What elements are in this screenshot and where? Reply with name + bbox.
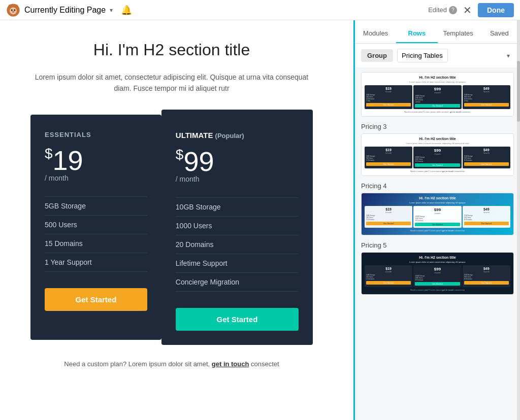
mini-price: $99 <box>415 207 460 212</box>
mini-features: 10GB Storage1000 Users20 Domains <box>415 216 460 222</box>
mini-btn: Get Started <box>464 103 509 107</box>
tab-templates[interactable]: Templates <box>438 24 479 43</box>
mini-title: Hi. I'm H2 section title <box>365 137 510 141</box>
mini-card-premium: $49 /month 7GB Storage700 Users18 Domain… <box>463 265 510 287</box>
mini-card-essentials: $19 /month 5GB Storage500 Users15 Domain… <box>365 147 412 168</box>
mini-card-ultimate: $99 /month 10GB Storage1000 Users20 Doma… <box>413 85 461 109</box>
list-item: 1 Year Support <box>45 253 147 272</box>
section-body: Lorem ipsum dolor sit amet, consectetur … <box>30 72 313 94</box>
mini-body: Lorem ipsum dolor sit amet consectetur a… <box>365 142 510 145</box>
mini-cards: $19 /month 5GB Storage500 Users15 Domain… <box>365 147 510 168</box>
template-item-pricing-5: Pricing 5 Hi. I'm H2 section title Lorem… <box>355 237 520 297</box>
mini-features: 7GB Storage700 Users18 Domains <box>464 274 509 280</box>
mini-card-ultimate: $99 /month 10GB Storage1000 Users20 Doma… <box>413 147 461 168</box>
logo-icon <box>6 3 20 17</box>
get-started-essentials-button[interactable]: Get Started <box>45 288 147 311</box>
page-editor: Hi. I'm H2 section title Lorem ipsum dol… <box>0 20 353 420</box>
mini-card-premium: $49 /month 7GB Storage700 Users18 Domain… <box>463 85 510 109</box>
help-icon[interactable]: ? <box>449 6 457 14</box>
mini-features: 5GB Storage500 Users15 Domains <box>366 274 411 280</box>
template-preview-pricing-5[interactable]: Hi. I'm H2 section title Lorem ipsum dol… <box>361 252 514 295</box>
get-in-touch-link[interactable]: get in touch <box>212 360 249 368</box>
template-item-pricing-4: Pricing 4 Hi. I'm H2 section title Lorem… <box>355 178 520 237</box>
template-item-pricing-first: Hi. I'm H2 section title Lorem ipsum dol… <box>355 68 520 119</box>
mini-btn: Get Started <box>415 104 460 108</box>
feature-list-ultimate: 10GB Storage 1000 Users 20 Domains Lifet… <box>176 197 299 292</box>
mini-period: /month <box>464 270 509 273</box>
mini-cards: $19 /month 5GB Storage500 Users15 Domain… <box>365 265 510 287</box>
plan-name-essentials: ESSENTIALS <box>45 131 147 138</box>
svg-point-3 <box>10 7 17 14</box>
mini-card-premium: $49 /month 7GB Storage700 Users18 Domain… <box>463 147 510 168</box>
list-item: 500 Users <box>45 216 147 234</box>
feature-list-essentials: 5GB Storage 500 Users 15 Domains 1 Year … <box>45 196 147 272</box>
right-panel: Modules Rows Templates Saved Group Prici… <box>353 20 520 420</box>
mini-price: $19 <box>366 267 411 270</box>
mini-preview-pricing-4: Hi. I'm H2 section title Lorem ipsum dol… <box>362 193 513 235</box>
template-preview-pricing-4[interactable]: Hi. I'm H2 section title Lorem ipsum dol… <box>361 193 514 235</box>
mini-title: Hi. I'm H2 section title <box>365 196 510 200</box>
mini-price: $99 <box>415 148 460 153</box>
template-list: Hi. I'm H2 section title Lorem ipsum dol… <box>355 68 520 420</box>
tab-saved[interactable]: Saved <box>479 24 520 43</box>
tab-rows[interactable]: Rows <box>396 24 437 43</box>
mini-features: 5GB Storage500 Users15 Domains1 Year <box>366 94 411 102</box>
template-label-pricing-4: Pricing 4 <box>361 182 514 190</box>
mini-price: $19 <box>366 207 411 211</box>
mini-btn: Get Started <box>464 222 509 225</box>
mini-body: Lorem ipsum dolor sit amet consectetur a… <box>365 81 510 83</box>
mini-period: /month <box>464 90 509 93</box>
pricing-row: ESSENTIALS $19 / month 5GB Storage 500 U… <box>30 115 313 340</box>
template-label-pricing-5: Pricing 5 <box>361 241 514 249</box>
scrollbar-track[interactable] <box>517 20 520 420</box>
mini-btn: Get Started <box>415 163 460 167</box>
mini-cards: $19 /month 5GB Storage500 Users15 Domain… <box>365 206 510 228</box>
tab-modules[interactable]: Modules <box>355 24 396 43</box>
group-button[interactable]: Group <box>361 49 393 62</box>
list-item: 5GB Storage <box>45 196 147 216</box>
mini-features: 5GB Storage500 Users15 Domains <box>366 155 411 161</box>
list-item: 1000 Users <box>176 217 299 235</box>
mini-period: /month <box>415 91 460 94</box>
mini-period: /month <box>415 153 460 155</box>
mini-features: 7GB Storage700 Users18 Domains2 Year <box>464 94 509 102</box>
mini-period: /month <box>464 211 509 214</box>
mini-features: 10GB Storage1000 Users20 DomainsLifetime <box>415 95 460 103</box>
mini-period: /month <box>366 90 411 93</box>
template-type-select[interactable]: Pricing Tables Hero Sections Feature Lis… <box>397 49 448 62</box>
mini-preview-pricing-first: Hi. I'm H2 section title Lorem ipsum dol… <box>362 73 513 116</box>
mini-card-essentials: $19 /month 5GB Storage500 Users15 Domain… <box>365 265 412 287</box>
mini-price: $49 <box>464 148 509 152</box>
template-type-select-wrapper: Pricing Tables Hero Sections Feature Lis… <box>397 49 514 62</box>
pricing-card-ultimate: ULTIMATE (Popular) $99 / month 10GB Stor… <box>161 110 313 345</box>
mini-btn: Get Started <box>366 103 411 107</box>
mini-footer: Need a custom plan? Lorem ipsum dolor si… <box>365 111 510 113</box>
mini-footer: Need a custom plan? Lorem ipsum get in t… <box>365 229 510 232</box>
topbar-title: Currently Editing Page <box>24 6 106 15</box>
template-preview-pricing-3[interactable]: Hi. I'm H2 section title Lorem ipsum dol… <box>361 133 514 176</box>
mini-btn: Get Started <box>366 162 411 166</box>
mini-features: 7GB Storage700 Users18 Domains <box>464 155 509 161</box>
close-button[interactable]: ✕ <box>463 5 472 15</box>
done-button[interactable]: Done <box>478 3 514 17</box>
scrollbar-thumb[interactable] <box>517 61 520 122</box>
mini-price: $49 <box>464 267 509 270</box>
mini-price: $19 <box>366 87 411 90</box>
section-title: Hi. I'm H2 section title <box>30 41 313 59</box>
list-item: 15 Domains <box>45 234 147 253</box>
notification-bell-icon[interactable]: 🔔 <box>121 5 132 16</box>
mini-btn: Get Started <box>366 281 411 285</box>
mini-title: Hi. I'm H2 section title <box>365 256 510 259</box>
mini-price: $19 <box>366 148 411 152</box>
mini-body: Lorem ipsum dolor sit amet consectetur a… <box>365 201 510 204</box>
list-item: Lifetime Support <box>176 254 299 273</box>
mini-card-essentials: $19 /month 5GB Storage500 Users15 Domain… <box>365 206 412 228</box>
mini-period: /month <box>415 212 460 215</box>
get-started-ultimate-button[interactable]: Get Started <box>176 308 299 331</box>
price-ultimate: $99 <box>176 148 299 175</box>
price-essentials: $19 <box>45 147 147 174</box>
svg-point-4 <box>11 9 13 11</box>
edited-status: Edited ? <box>428 6 457 14</box>
template-preview-pricing-first[interactable]: Hi. I'm H2 section title Lorem ipsum dol… <box>361 72 514 117</box>
chevron-down-icon[interactable]: ▾ <box>110 7 113 14</box>
